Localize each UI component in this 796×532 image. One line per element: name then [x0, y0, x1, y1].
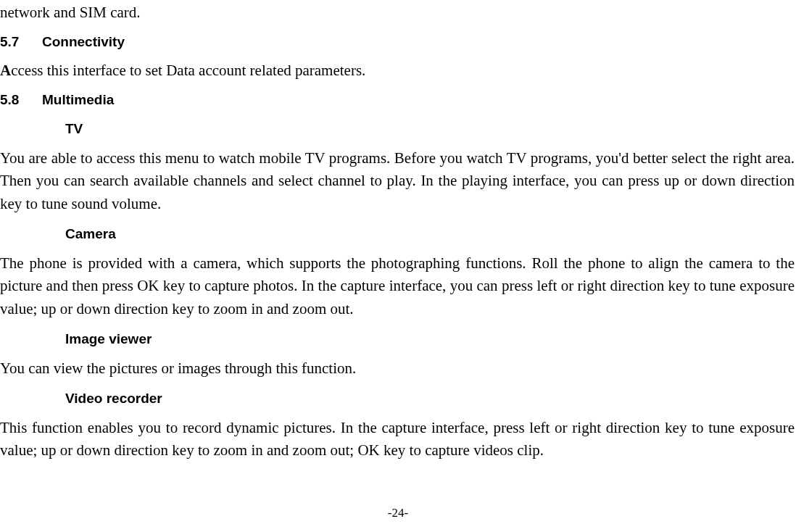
heading-multimedia: 5.8Multimedia — [0, 90, 795, 111]
heading-title: Multimedia — [42, 92, 114, 107]
subheading-camera: Camera — [65, 224, 795, 245]
page-number: -24- — [0, 504, 796, 523]
para-image-viewer: You can view the pictures or images thro… — [0, 357, 795, 381]
subheading-tv: TV — [65, 119, 795, 140]
subheading-video-recorder: Video recorder — [65, 388, 795, 410]
heading-connectivity: 5.7Connectivity — [0, 32, 795, 53]
para-video-recorder: This function enables you to record dyna… — [0, 417, 795, 462]
heading-number: 5.8 — [0, 90, 42, 111]
para-connectivity-text: ccess this interface to set Data account… — [11, 62, 365, 79]
subheading-image-viewer: Image viewer — [65, 329, 795, 350]
para-tv: You are able to access this menu to watc… — [0, 147, 795, 216]
heading-number: 5.7 — [0, 32, 42, 53]
para-connectivity: Access this interface to set Data accoun… — [0, 59, 795, 83]
bold-letter: A — [0, 62, 11, 79]
heading-title: Connectivity — [42, 34, 125, 49]
fragment-top-line: network and SIM card. — [0, 1, 795, 25]
para-camera: The phone is provided with a camera, whi… — [0, 252, 795, 321]
